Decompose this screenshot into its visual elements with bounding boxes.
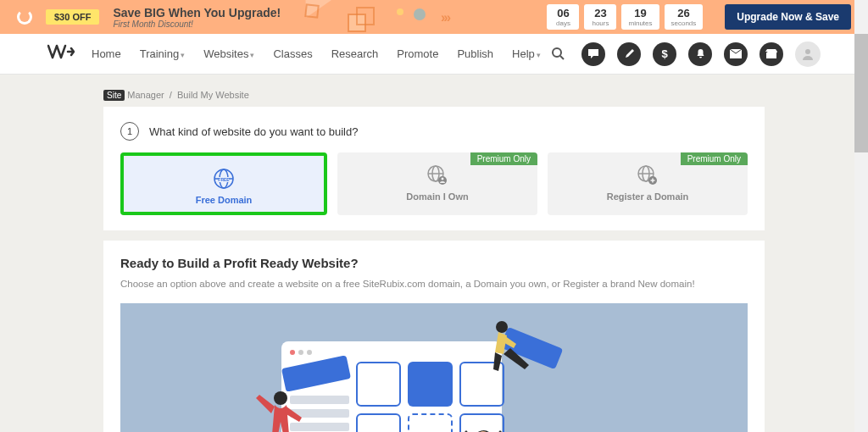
breadcrumb-seg: Build My Website bbox=[177, 90, 249, 100]
bell-icon[interactable] bbox=[688, 42, 712, 66]
countdown-minutes: 19 minutes bbox=[621, 4, 659, 30]
illustration bbox=[120, 303, 748, 432]
breadcrumb-tag: Site bbox=[103, 90, 125, 101]
step-title: What kind of website do you want to buil… bbox=[149, 125, 358, 138]
countdown-num: 26 bbox=[671, 7, 697, 19]
nav-label: Classes bbox=[273, 47, 312, 60]
svg-point-0 bbox=[553, 48, 561, 57]
countdown-hours: 23 hours bbox=[584, 4, 616, 30]
square-deco-icon bbox=[304, 3, 320, 19]
nav-home[interactable]: Home bbox=[92, 47, 121, 60]
breadcrumb-seg[interactable]: Manager bbox=[127, 90, 164, 100]
countdown-days: 06 days bbox=[547, 4, 579, 30]
svg-point-23 bbox=[496, 321, 508, 333]
nav-icons: $ bbox=[546, 42, 821, 67]
logo[interactable] bbox=[47, 44, 75, 64]
countdown-label: days bbox=[554, 19, 572, 27]
globe-free-icon: FREE bbox=[131, 166, 317, 191]
svg-point-4 bbox=[805, 49, 810, 54]
chevron-down-icon: ▾ bbox=[181, 51, 185, 59]
premium-badge: Premium Only bbox=[681, 152, 748, 165]
arrows-deco-icon: ››› bbox=[441, 10, 449, 25]
upgrade-button[interactable]: Upgrade Now & Save bbox=[725, 4, 851, 30]
nav-research[interactable]: Research bbox=[331, 47, 379, 60]
promo-headline: Save BIG When You Upgrade! bbox=[113, 6, 281, 19]
nav-promote[interactable]: Promote bbox=[397, 47, 438, 60]
scrollbar[interactable] bbox=[854, 0, 868, 432]
option-free-domain[interactable]: FREE Free Domain bbox=[120, 152, 327, 215]
nav-label: Training bbox=[140, 47, 179, 60]
promo-text: Save BIG When You Upgrade! First Month D… bbox=[113, 6, 281, 29]
nav-label: Publish bbox=[457, 47, 493, 60]
dot-deco-icon bbox=[397, 8, 403, 15]
countdown-num: 06 bbox=[554, 7, 572, 19]
step-panel: 1 What kind of website do you want to bu… bbox=[103, 107, 765, 230]
nav-label: Promote bbox=[397, 47, 438, 60]
svg-rect-3 bbox=[766, 53, 776, 58]
ready-desc: Choose an option above and create a webs… bbox=[120, 277, 748, 291]
promo-subline: First Month Discount! bbox=[113, 19, 281, 29]
dot-deco-icon bbox=[414, 8, 426, 20]
illustration-window bbox=[281, 341, 502, 432]
main-nav: Home Training▾ Websites▾ Classes Researc… bbox=[0, 34, 868, 75]
countdown-num: 19 bbox=[628, 7, 652, 19]
dollar-icon[interactable]: $ bbox=[653, 42, 676, 66]
pencil-icon[interactable] bbox=[617, 42, 641, 66]
loading-spinner-icon bbox=[17, 9, 32, 25]
option-register-domain[interactable]: Premium Only Register a Domain bbox=[548, 152, 748, 215]
breadcrumb: Site Manager / Build My Website bbox=[103, 83, 765, 107]
chevron-down-icon: ▾ bbox=[537, 51, 541, 59]
step-number: 1 bbox=[120, 122, 139, 141]
avatar[interactable] bbox=[795, 42, 821, 67]
nav-links: Home Training▾ Websites▾ Classes Researc… bbox=[92, 47, 541, 60]
svg-point-14 bbox=[442, 178, 444, 180]
nav-classes[interactable]: Classes bbox=[273, 47, 312, 60]
svg-text:FREE: FREE bbox=[218, 177, 230, 182]
nav-label: Research bbox=[331, 47, 379, 60]
premium-badge: Premium Only bbox=[470, 152, 537, 165]
chevron-down-icon: ▾ bbox=[250, 51, 254, 59]
main-content: Site Manager / Build My Website 1 What k… bbox=[103, 75, 765, 432]
nav-websites[interactable]: Websites▾ bbox=[203, 47, 254, 60]
countdown-label: seconds bbox=[671, 19, 697, 27]
nav-publish[interactable]: Publish bbox=[457, 47, 493, 60]
globe-plus-icon bbox=[554, 163, 741, 188]
chat-icon[interactable] bbox=[581, 42, 605, 66]
globe-user-icon bbox=[344, 163, 531, 188]
illustration-person bbox=[251, 388, 310, 432]
option-domain-i-own[interactable]: Premium Only Domain I Own bbox=[337, 152, 537, 215]
countdown: 06 days 23 hours 19 minutes 26 seconds bbox=[547, 4, 703, 30]
step-header: 1 What kind of website do you want to bu… bbox=[120, 122, 748, 141]
option-label: Free Domain bbox=[131, 195, 317, 205]
nav-label: Home bbox=[92, 47, 121, 60]
illustration-person bbox=[487, 318, 546, 386]
nav-label: Websites bbox=[203, 47, 248, 60]
ready-panel: Ready to Build a Profit Ready Website? C… bbox=[103, 241, 765, 432]
discount-tag: $30 OFF bbox=[46, 9, 99, 25]
nav-training[interactable]: Training▾ bbox=[140, 47, 185, 60]
countdown-label: minutes bbox=[628, 19, 652, 27]
option-row: FREE Free Domain Premium Only Domain I O… bbox=[120, 152, 748, 215]
svg-point-21 bbox=[274, 391, 287, 405]
countdown-label: hours bbox=[591, 19, 609, 27]
countdown-seconds: 26 seconds bbox=[665, 4, 704, 30]
option-label: Register a Domain bbox=[554, 191, 741, 202]
countdown-num: 23 bbox=[591, 7, 609, 19]
illustration-person bbox=[459, 422, 510, 432]
nav-help[interactable]: Help▾ bbox=[512, 47, 541, 60]
promo-banner: $30 OFF Save BIG When You Upgrade! First… bbox=[0, 0, 868, 34]
svg-line-1 bbox=[560, 56, 564, 59]
search-icon[interactable] bbox=[546, 42, 570, 66]
mail-icon[interactable] bbox=[724, 42, 748, 66]
nav-label: Help bbox=[512, 47, 535, 60]
square-deco-icon bbox=[356, 7, 375, 25]
ready-title: Ready to Build a Profit Ready Website? bbox=[120, 256, 748, 270]
scrollbar-thumb[interactable] bbox=[854, 34, 868, 152]
store-icon[interactable] bbox=[760, 42, 783, 66]
option-label: Domain I Own bbox=[344, 191, 531, 202]
